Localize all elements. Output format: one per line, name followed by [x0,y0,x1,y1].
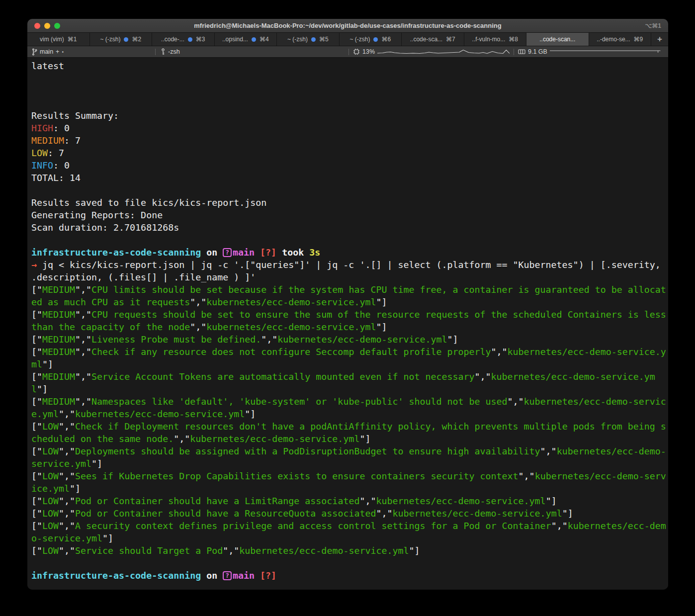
json-punctuation: "," [75,284,91,295]
tab-shortcut: ⌘5 [319,36,329,43]
close-button[interactable] [34,23,40,29]
tab-code[interactable]: ..code-...⌘3 [152,33,215,46]
branch-dirty-indicator: + [56,48,59,55]
blank-line [31,85,667,97]
json-string: kubernetes/ecc-demo-service.yml [392,508,562,519]
blank-line [31,557,667,569]
tab-label: ~ (-zsh) [287,36,308,43]
severity-label: MEDIUM [31,135,64,146]
json-string: LOW [42,421,59,432]
json-punctuation: "," [508,396,524,407]
json-punctuation: "] [42,359,53,369]
tab-shortcut: ⌘3 [196,36,205,43]
severity-label: HIGH [31,123,53,133]
branch-name: main [40,48,53,55]
tab-shortcut: ⌘7 [446,36,455,43]
json-string: A security context defines privilege and… [75,521,551,531]
blank-line [31,184,667,196]
json-string: kubernetes/ecc-demo-service.yml [206,322,376,332]
zoom-button[interactable] [54,23,60,29]
json-punctuation: [" [31,545,42,556]
json-string: Deployments should be assigned with a Po… [75,446,540,456]
json-string: kubernetes/ecc-demo-service.yml [239,545,409,556]
prompt-directory: infrastructure-as-code-scanning [31,247,201,258]
tab-code-sca[interactable]: ..code-sca...⌘7 [402,33,464,46]
terminal-output[interactable]: latest Results Summary: HIGH: 0MEDIUM: 7… [27,58,668,590]
json-string: Liveness Probe must be defined. [91,334,261,345]
json-string: MEDIUM [42,284,75,295]
json-punctuation: "] [409,545,420,556]
cpu-component: 13% [349,46,514,57]
tab-label: ..code-sca... [410,36,442,43]
json-punctuation: "," [59,446,75,456]
json-punctuation: "] [546,496,557,506]
json-string: Sees if Kubernetes Drop Capabilities exi… [75,471,519,481]
json-punctuation: "," [174,434,190,444]
prompt-on-label: on [201,247,223,258]
result-line: ["LOW","Deployments should be assigned w… [31,445,667,470]
blank-line [31,72,667,85]
tab-vim-vim[interactable]: vim (vim)⌘1 [27,33,90,46]
tab-activity-dot [252,37,256,42]
git-status-component: main + • [27,46,155,57]
result-line: ["LOW","Sees if Kubernetes Drop Capabili… [31,470,667,495]
tab-code-scan[interactable]: ..code-scan... [526,33,589,46]
json-punctuation: "] [91,458,102,469]
json-punctuation: "," [59,471,75,481]
json-punctuation: "] [562,508,573,519]
json-punctuation: "," [75,347,91,357]
json-string: MEDIUM [42,396,75,407]
git-status-badge: [?] [255,570,276,581]
result-line: ["LOW","Pod or Container should have a R… [31,507,667,520]
severity-label: TOTAL [31,173,59,183]
tab-activity-dot [188,37,192,42]
tab-zsh[interactable]: ~ (-zsh)⌘6 [340,33,402,46]
prompt-line-bottom: infrastructure-as-code-scanning on ?main… [31,569,667,582]
tab-demo-se[interactable]: ..-demo-se...⌘9 [589,33,652,46]
tab-activity-dot [124,37,128,42]
tab-shortcut: ⌘4 [260,36,269,43]
json-string: MEDIUM [42,371,75,382]
json-punctuation: "] [376,297,387,307]
git-status-badge: [?] [255,247,276,258]
title-bar[interactable]: mfriedrich@Michaels-MacBook-Pro:~/dev/wo… [27,19,668,33]
json-string: LOW [42,521,59,531]
json-punctuation: "] [447,334,458,345]
result-line: ["MEDIUM","Check if any resource does no… [31,346,667,370]
minimize-button[interactable] [44,23,50,29]
json-punctuation: [" [31,396,42,407]
prompt-line-top: infrastructure-as-code-scanning on ?main… [31,246,667,259]
result-line: ["MEDIUM","Namespaces like 'default', 'k… [31,395,667,420]
json-punctuation: "] [245,409,256,419]
tab-activity-dot [373,37,378,42]
tab-f-vuln-mo[interactable]: ..f-vuln-mo...⌘8 [464,33,527,46]
tab-label: ..opsind... [222,36,248,43]
tab-activity-dot [311,37,316,42]
json-punctuation: "," [59,545,75,556]
shell-icon [161,48,166,56]
terminal-window: mfriedrich@Michaels-MacBook-Pro:~/dev/wo… [27,19,668,590]
cpu-percent: 13% [362,48,375,55]
json-punctuation: "," [75,371,91,382]
tab-zsh[interactable]: ~ (-zsh)⌘5 [277,33,340,46]
tab-label: ..code-scan... [539,36,575,43]
tab-label: ..-demo-se... [597,36,630,43]
blank-line [31,97,667,109]
result-line: ["LOW","Service should Target a Pod","ku… [31,544,667,557]
new-tab-button[interactable]: + [651,33,668,46]
git-branch-badge-icon: ? [223,571,232,580]
tab-zsh[interactable]: ~ (-zsh)⌘2 [90,33,153,46]
summary-line-info: INFO: 0 [31,159,667,172]
summary-line-high: HIGH: 0 [31,122,667,134]
scan-results-list: ["MEDIUM","CPU limits should be set beca… [31,283,668,557]
json-punctuation: "," [359,496,376,506]
tab-opsind[interactable]: ..opsind...⌘4 [215,33,277,46]
json-punctuation: "," [59,508,75,519]
window-shortcut: ⌥⌘1 [645,22,661,29]
json-string: kubernetes/ecc-demo-service.yml [206,297,376,307]
json-punctuation: [" [31,347,42,357]
json-string: Pod or Container should have a ResourceQ… [75,508,376,519]
json-punctuation: "," [261,334,277,345]
json-punctuation: "," [551,521,568,531]
json-punctuation: [" [31,496,42,506]
